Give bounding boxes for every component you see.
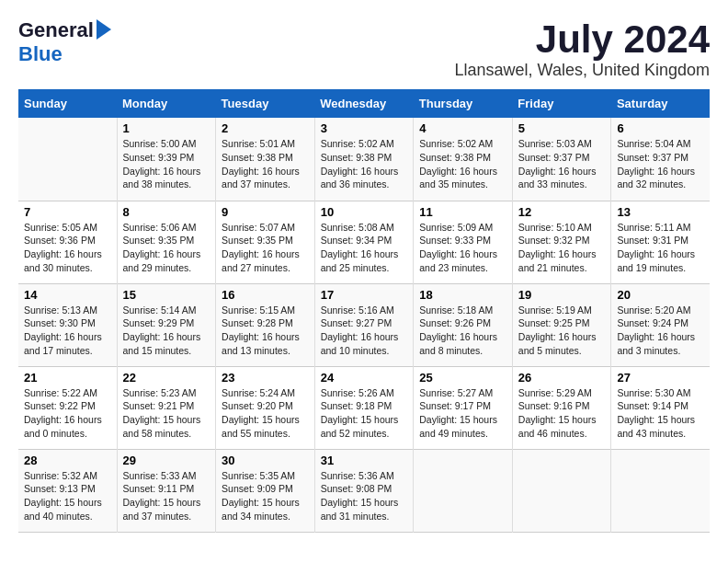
calendar-cell: 23Sunrise: 5:24 AMSunset: 9:20 PMDayligh…	[216, 366, 315, 449]
day-number: 2	[222, 121, 309, 135]
day-number: 10	[321, 205, 408, 219]
day-info: Sunrise: 5:36 AMSunset: 9:08 PMDaylight:…	[321, 469, 408, 523]
day-info: Sunrise: 5:02 AMSunset: 9:38 PMDaylight:…	[321, 137, 408, 191]
week-row-4: 21Sunrise: 5:22 AMSunset: 9:22 PMDayligh…	[18, 366, 710, 449]
week-row-1: 1Sunrise: 5:00 AMSunset: 9:39 PMDaylight…	[18, 118, 710, 201]
logo-general-text: General	[18, 18, 94, 42]
location-subtitle: Llansawel, Wales, United Kingdom	[455, 61, 710, 80]
day-info: Sunrise: 5:30 AMSunset: 9:14 PMDaylight:…	[617, 386, 704, 441]
calendar-cell: 9Sunrise: 5:07 AMSunset: 9:35 PMDaylight…	[216, 201, 315, 283]
header-day-thursday: Thursday	[414, 89, 513, 118]
day-number: 18	[419, 288, 506, 302]
calendar-cell: 17Sunrise: 5:16 AMSunset: 9:27 PMDayligh…	[314, 283, 414, 366]
day-info: Sunrise: 5:19 AMSunset: 9:25 PMDaylight:…	[518, 304, 606, 358]
day-info: Sunrise: 5:01 AMSunset: 9:38 PMDaylight:…	[222, 137, 309, 191]
header-day-friday: Friday	[512, 89, 611, 118]
day-number: 24	[321, 371, 408, 385]
day-info: Sunrise: 5:09 AMSunset: 9:33 PMDaylight:…	[419, 221, 506, 275]
calendar-cell: 25Sunrise: 5:27 AMSunset: 9:17 PMDayligh…	[414, 366, 513, 449]
header-day-tuesday: Tuesday	[216, 89, 315, 118]
day-number: 7	[24, 205, 111, 219]
calendar-cell	[18, 118, 117, 201]
day-number: 31	[321, 454, 408, 467]
day-info: Sunrise: 5:08 AMSunset: 9:34 PMDaylight:…	[321, 221, 408, 275]
day-number: 13	[617, 205, 704, 219]
day-number: 22	[123, 371, 210, 385]
day-info: Sunrise: 5:23 AMSunset: 9:21 PMDaylight:…	[123, 386, 210, 441]
logo: General Blue	[18, 18, 111, 66]
calendar-cell: 14Sunrise: 5:13 AMSunset: 9:30 PMDayligh…	[18, 283, 117, 366]
day-info: Sunrise: 5:00 AMSunset: 9:39 PMDaylight:…	[123, 137, 210, 191]
calendar-cell: 1Sunrise: 5:00 AMSunset: 9:39 PMDaylight…	[117, 118, 216, 201]
calendar-cell: 16Sunrise: 5:15 AMSunset: 9:28 PMDayligh…	[216, 283, 315, 366]
calendar-cell: 22Sunrise: 5:23 AMSunset: 9:21 PMDayligh…	[117, 366, 216, 449]
calendar-cell: 4Sunrise: 5:02 AMSunset: 9:38 PMDaylight…	[414, 118, 513, 201]
calendar-cell: 12Sunrise: 5:10 AMSunset: 9:32 PMDayligh…	[512, 201, 611, 283]
day-number: 15	[123, 288, 210, 302]
day-info: Sunrise: 5:16 AMSunset: 9:27 PMDaylight:…	[321, 304, 408, 358]
day-number: 20	[617, 288, 704, 302]
calendar-cell: 19Sunrise: 5:19 AMSunset: 9:25 PMDayligh…	[512, 283, 611, 366]
day-info: Sunrise: 5:04 AMSunset: 9:37 PMDaylight:…	[617, 137, 704, 191]
calendar-cell: 7Sunrise: 5:05 AMSunset: 9:36 PMDaylight…	[18, 201, 117, 283]
day-info: Sunrise: 5:03 AMSunset: 9:37 PMDaylight:…	[518, 137, 606, 191]
calendar-cell: 29Sunrise: 5:33 AMSunset: 9:11 PMDayligh…	[117, 449, 216, 532]
day-number: 25	[419, 371, 506, 385]
day-info: Sunrise: 5:14 AMSunset: 9:29 PMDaylight:…	[123, 304, 210, 358]
day-number: 19	[518, 288, 606, 302]
calendar-header: SundayMondayTuesdayWednesdayThursdayFrid…	[18, 89, 710, 118]
logo-arrow-icon	[97, 19, 111, 40]
calendar-table: SundayMondayTuesdayWednesdayThursdayFrid…	[18, 89, 710, 533]
calendar-cell: 20Sunrise: 5:20 AMSunset: 9:24 PMDayligh…	[611, 283, 710, 366]
day-info: Sunrise: 5:22 AMSunset: 9:22 PMDaylight:…	[24, 386, 111, 441]
calendar-cell: 8Sunrise: 5:06 AMSunset: 9:35 PMDaylight…	[117, 201, 216, 283]
calendar-cell	[414, 449, 513, 532]
day-info: Sunrise: 5:18 AMSunset: 9:26 PMDaylight:…	[419, 304, 506, 358]
logo-blue-text: Blue	[18, 42, 63, 66]
day-number: 1	[123, 121, 210, 135]
day-number: 14	[24, 288, 111, 302]
calendar-body: 1Sunrise: 5:00 AMSunset: 9:39 PMDaylight…	[18, 118, 710, 532]
day-number: 5	[518, 121, 606, 135]
day-info: Sunrise: 5:33 AMSunset: 9:11 PMDaylight:…	[123, 469, 210, 523]
calendar-cell: 11Sunrise: 5:09 AMSunset: 9:33 PMDayligh…	[414, 201, 513, 283]
week-row-3: 14Sunrise: 5:13 AMSunset: 9:30 PMDayligh…	[18, 283, 710, 366]
day-info: Sunrise: 5:13 AMSunset: 9:30 PMDaylight:…	[24, 304, 111, 358]
header-day-saturday: Saturday	[611, 89, 710, 118]
day-info: Sunrise: 5:07 AMSunset: 9:35 PMDaylight:…	[222, 221, 309, 275]
day-number: 27	[617, 371, 704, 385]
day-number: 12	[518, 205, 606, 219]
day-number: 8	[123, 205, 210, 219]
day-number: 11	[419, 205, 506, 219]
day-info: Sunrise: 5:05 AMSunset: 9:36 PMDaylight:…	[24, 221, 111, 275]
header: General Blue July 2024 Llansawel, Wales,…	[18, 18, 710, 80]
calendar-cell: 27Sunrise: 5:30 AMSunset: 9:14 PMDayligh…	[611, 366, 710, 449]
calendar-cell: 5Sunrise: 5:03 AMSunset: 9:37 PMDaylight…	[512, 118, 611, 201]
header-day-monday: Monday	[117, 89, 216, 118]
day-info: Sunrise: 5:20 AMSunset: 9:24 PMDaylight:…	[617, 304, 704, 358]
header-day-wednesday: Wednesday	[314, 89, 414, 118]
day-number: 16	[222, 288, 309, 302]
calendar-cell: 3Sunrise: 5:02 AMSunset: 9:38 PMDaylight…	[314, 118, 414, 201]
day-number: 3	[321, 121, 408, 135]
header-day-sunday: Sunday	[18, 89, 117, 118]
calendar-cell: 21Sunrise: 5:22 AMSunset: 9:22 PMDayligh…	[18, 366, 117, 449]
calendar-cell: 28Sunrise: 5:32 AMSunset: 9:13 PMDayligh…	[18, 449, 117, 532]
day-info: Sunrise: 5:24 AMSunset: 9:20 PMDaylight:…	[222, 386, 309, 441]
week-row-5: 28Sunrise: 5:32 AMSunset: 9:13 PMDayligh…	[18, 449, 710, 532]
day-info: Sunrise: 5:10 AMSunset: 9:32 PMDaylight:…	[518, 221, 606, 275]
calendar-cell: 2Sunrise: 5:01 AMSunset: 9:38 PMDaylight…	[216, 118, 315, 201]
calendar-cell: 10Sunrise: 5:08 AMSunset: 9:34 PMDayligh…	[314, 201, 414, 283]
calendar-cell: 26Sunrise: 5:29 AMSunset: 9:16 PMDayligh…	[512, 366, 611, 449]
day-info: Sunrise: 5:26 AMSunset: 9:18 PMDaylight:…	[321, 386, 408, 441]
day-number: 28	[24, 454, 111, 467]
calendar-cell: 15Sunrise: 5:14 AMSunset: 9:29 PMDayligh…	[117, 283, 216, 366]
calendar-cell	[611, 449, 710, 532]
day-number: 29	[123, 454, 210, 467]
header-row: SundayMondayTuesdayWednesdayThursdayFrid…	[18, 89, 710, 118]
day-info: Sunrise: 5:15 AMSunset: 9:28 PMDaylight:…	[222, 304, 309, 358]
calendar-cell: 6Sunrise: 5:04 AMSunset: 9:37 PMDaylight…	[611, 118, 710, 201]
calendar-cell: 24Sunrise: 5:26 AMSunset: 9:18 PMDayligh…	[314, 366, 414, 449]
day-number: 17	[321, 288, 408, 302]
day-info: Sunrise: 5:29 AMSunset: 9:16 PMDaylight:…	[518, 386, 606, 441]
